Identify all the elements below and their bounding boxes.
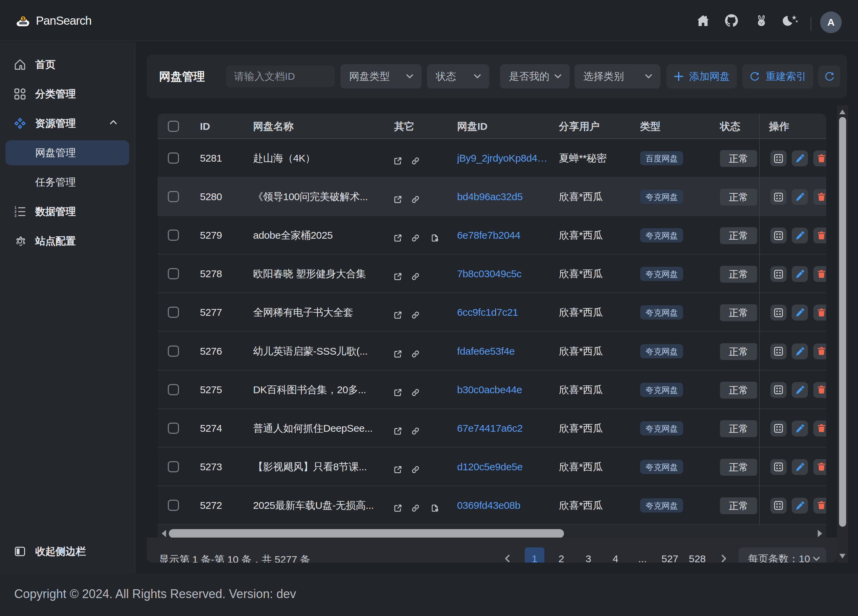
- svg-text:1: 1: [14, 206, 17, 209]
- svg-text:3: 3: [14, 214, 17, 217]
- svg-text:2: 2: [14, 209, 17, 214]
- svg-text:$: $: [22, 16, 24, 21]
